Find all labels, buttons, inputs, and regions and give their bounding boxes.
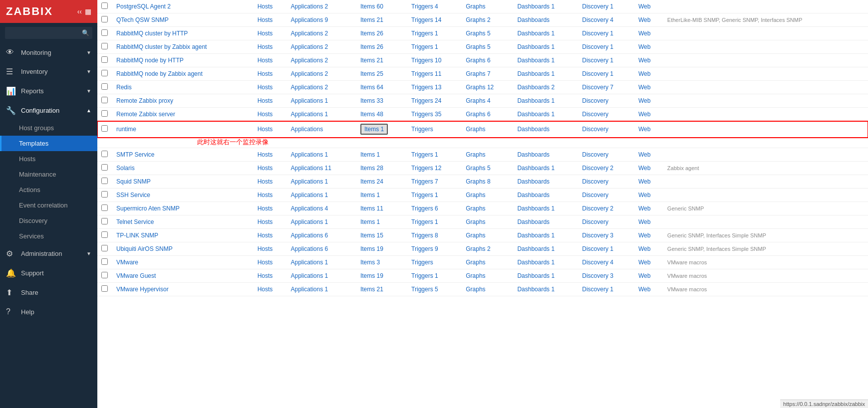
triggers-link[interactable]: Triggers 11 [411, 70, 441, 77]
row-checkbox[interactable] [101, 204, 108, 211]
triggers-link[interactable]: Triggers 24 [411, 97, 441, 104]
discovery-link[interactable]: Discovery [582, 218, 608, 225]
applications-link[interactable]: Applications 9 [291, 16, 328, 23]
discovery-link[interactable]: Discovery [582, 151, 608, 158]
row-checkbox[interactable] [101, 164, 108, 171]
graphs-link[interactable]: Graphs [466, 126, 485, 133]
dashboards-link[interactable]: Dashboards 1 [517, 165, 555, 172]
triggers-link[interactable]: Triggers 1 [411, 218, 438, 225]
template-name-link[interactable]: Squid SNMP [116, 178, 151, 185]
hosts-link[interactable]: Hosts [258, 16, 273, 23]
triggers-link[interactable]: Triggers 8 [411, 232, 438, 239]
hosts-link[interactable]: Hosts [258, 3, 273, 10]
graphs-link[interactable]: Graphs 4 [466, 97, 490, 104]
items-link[interactable]: Items 24 [360, 178, 383, 185]
template-name-link[interactable]: RabbitMQ node by Zabbix agent [116, 70, 203, 77]
dashboards-link[interactable]: Dashboards [517, 178, 550, 185]
graphs-link[interactable]: Graphs 2 [466, 245, 490, 252]
triggers-link[interactable]: Triggers 1 [411, 151, 438, 158]
web-link[interactable]: Web [638, 43, 650, 50]
sidebar-item-support[interactable]: 🔔 Support [0, 263, 97, 283]
discovery-link[interactable]: Discovery 1 [582, 70, 613, 77]
discovery-link[interactable]: Discovery [582, 111, 608, 118]
applications-link[interactable]: Applications 2 [291, 84, 328, 91]
row-checkbox[interactable] [101, 16, 108, 22]
web-link[interactable]: Web [638, 151, 650, 158]
sidebar-item-administration[interactable]: ⚙ Administration ▼ [0, 244, 97, 263]
web-link[interactable]: Web [638, 259, 650, 266]
hosts-link[interactable]: Hosts [258, 232, 273, 239]
items-link[interactable]: Items 19 [360, 245, 383, 252]
row-checkbox[interactable] [101, 191, 108, 198]
items-link[interactable]: Items 1 [360, 218, 380, 225]
dashboards-link[interactable]: Dashboards [517, 151, 550, 158]
discovery-link[interactable]: Discovery 4 [582, 16, 613, 23]
web-link[interactable]: Web [638, 84, 650, 91]
graphs-link[interactable]: Graphs 8 [466, 178, 490, 185]
dashboards-link[interactable]: Dashboards 1 [517, 30, 555, 37]
discovery-link[interactable]: Discovery 1 [582, 286, 613, 293]
row-checkbox[interactable] [101, 231, 108, 238]
items-link[interactable]: Items 26 [360, 43, 383, 50]
hosts-link[interactable]: Hosts [258, 178, 273, 185]
triggers-link[interactable]: Triggers 6 [411, 205, 438, 212]
triggers-link[interactable]: Triggers 1 [411, 272, 438, 279]
dashboards-link[interactable]: Dashboards [517, 16, 550, 23]
hosts-link[interactable]: Hosts [258, 111, 273, 118]
dashboards-link[interactable]: Dashboards 1 [517, 3, 555, 10]
applications-link[interactable]: Applications 2 [291, 3, 328, 10]
web-link[interactable]: Web [638, 218, 650, 225]
template-name-link[interactable]: runtime [116, 126, 136, 133]
discovery-link[interactable]: Discovery [582, 126, 608, 133]
row-checkbox[interactable] [101, 29, 108, 36]
applications-link[interactable]: Applications 11 [291, 165, 331, 172]
template-name-link[interactable]: SMTP Service [116, 151, 154, 158]
row-checkbox[interactable] [101, 218, 108, 224]
template-name-link[interactable]: VMware Hypervisor [116, 286, 169, 293]
discovery-link[interactable]: Discovery 1 [582, 30, 613, 37]
template-name-link[interactable]: PostgreSQL Agent 2 [116, 3, 171, 10]
triggers-link[interactable]: Triggers 1 [411, 30, 438, 37]
web-link[interactable]: Web [638, 178, 650, 185]
discovery-link[interactable]: Discovery 1 [582, 43, 613, 50]
graphs-link[interactable]: Graphs 5 [466, 165, 490, 172]
hosts-link[interactable]: Hosts [258, 43, 273, 50]
sidebar-item-services[interactable]: Services [0, 228, 97, 244]
template-name-link[interactable]: RabbitMQ cluster by HTTP [116, 30, 188, 37]
template-name-link[interactable]: SSH Service [116, 192, 150, 199]
applications-link[interactable]: Applications [291, 126, 323, 133]
row-checkbox[interactable] [101, 70, 108, 76]
hosts-link[interactable]: Hosts [258, 30, 273, 37]
triggers-link[interactable]: Triggers 35 [411, 111, 441, 118]
hosts-link[interactable]: Hosts [258, 165, 273, 172]
sidebar-item-event-correlation[interactable]: Event correlation [0, 198, 97, 213]
template-name-link[interactable]: TP-LINK SNMP [116, 232, 158, 239]
template-name-link[interactable]: Ubiquiti AirOS SNMP [116, 245, 173, 252]
hosts-link[interactable]: Hosts [258, 192, 273, 199]
template-name-link[interactable]: RabbitMQ cluster by Zabbix agent [116, 43, 207, 50]
applications-link[interactable]: Applications 1 [291, 259, 328, 266]
applications-link[interactable]: Applications 1 [291, 218, 328, 225]
graphs-link[interactable]: Graphs [466, 3, 485, 10]
discovery-link[interactable]: Discovery [582, 178, 608, 185]
hosts-link[interactable]: Hosts [258, 245, 273, 252]
expand-icon[interactable]: ▦ [85, 7, 91, 15]
template-name-link[interactable]: RabbitMQ node by HTTP [116, 57, 184, 64]
sidebar-item-actions[interactable]: Actions [0, 182, 97, 198]
row-checkbox[interactable] [101, 83, 108, 90]
dashboards-link[interactable]: Dashboards 1 [517, 57, 555, 64]
triggers-link[interactable]: Triggers 14 [411, 16, 441, 23]
row-checkbox[interactable] [101, 285, 108, 292]
graphs-link[interactable]: Graphs 12 [466, 84, 494, 91]
items-link[interactable]: Items 28 [360, 165, 383, 172]
template-name-link[interactable]: Supermicro Aten SNMP [116, 205, 180, 212]
template-name-link[interactable]: VMware [116, 259, 138, 266]
items-link[interactable]: Items 3 [360, 259, 380, 266]
discovery-link[interactable]: Discovery 3 [582, 232, 613, 239]
search-input[interactable] [5, 27, 92, 39]
triggers-link[interactable]: Triggers 1 [411, 43, 438, 50]
web-link[interactable]: Web [638, 57, 650, 64]
web-link[interactable]: Web [638, 205, 650, 212]
hosts-link[interactable]: Hosts [258, 97, 273, 104]
graphs-link[interactable]: Graphs [466, 259, 485, 266]
